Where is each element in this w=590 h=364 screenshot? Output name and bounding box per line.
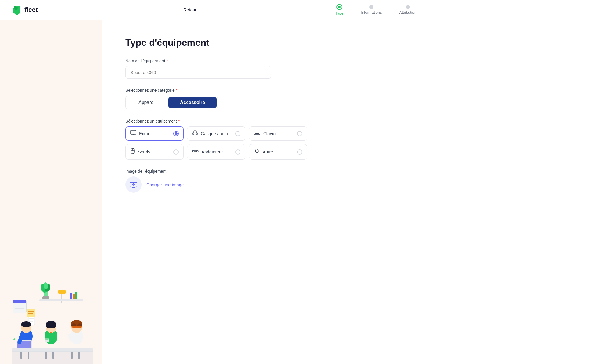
equipment-label: Sélectionnez un équipement * — [125, 119, 567, 123]
left-sidebar: ✦ — [0, 20, 102, 364]
souris-label: Souris — [138, 149, 150, 154]
adaptateur-icon — [192, 149, 199, 155]
ecran-label: Ecran — [139, 131, 150, 136]
svg-rect-52 — [28, 352, 29, 359]
clavier-label: Clavier — [263, 131, 277, 136]
ecran-icon — [130, 130, 136, 137]
clavier-icon — [254, 130, 260, 137]
svg-rect-19 — [27, 309, 35, 317]
equipment-section: Sélectionnez un équipement * Ecran — [125, 119, 567, 160]
svg-rect-7 — [61, 293, 62, 303]
svg-rect-12 — [39, 299, 83, 301]
autre-label: Autre — [263, 149, 273, 154]
equipment-grid: Ecran Casque audio — [125, 126, 567, 160]
svg-rect-10 — [73, 294, 75, 299]
category-toggle: Appareil Accessoire — [125, 96, 218, 109]
category-appareil-btn[interactable]: Appareil — [127, 97, 167, 108]
logo-text: fleet — [24, 6, 38, 14]
svg-rect-62 — [254, 131, 260, 135]
svg-point-71 — [196, 150, 198, 152]
main-layout: ✦ — [0, 20, 590, 364]
svg-rect-65 — [257, 132, 258, 132]
step-informations-circle — [369, 5, 373, 9]
step-attribution: Attribution — [399, 5, 417, 15]
stepper: Type Informations Attribution — [335, 4, 416, 15]
equipment-name-label: Nom de l'équiperment * — [125, 59, 567, 63]
svg-rect-66 — [258, 132, 259, 132]
autre-icon — [254, 148, 260, 156]
svg-point-28 — [21, 321, 31, 327]
svg-rect-11 — [75, 292, 77, 299]
svg-rect-57 — [131, 130, 136, 134]
required-star-3: * — [178, 119, 180, 123]
svg-rect-14 — [13, 300, 26, 303]
svg-rect-15 — [13, 303, 26, 313]
back-button[interactable]: ← Retour — [176, 7, 196, 13]
logo: fleet — [12, 5, 38, 15]
upload-link[interactable]: Charger une image — [146, 182, 184, 187]
step-type-circle — [336, 4, 342, 10]
svg-rect-56 — [78, 352, 80, 359]
equipment-item-ecran[interactable]: Ecran — [125, 126, 184, 141]
souris-icon — [130, 148, 135, 156]
svg-rect-61 — [196, 133, 198, 135]
step-attribution-label: Attribution — [399, 10, 417, 15]
svg-point-39 — [50, 332, 52, 333]
category-accessoire-btn[interactable]: Accessoire — [168, 97, 217, 108]
ecran-radio — [173, 131, 179, 136]
svg-rect-8 — [58, 290, 66, 294]
adaptateur-radio — [235, 149, 240, 155]
svg-rect-55 — [71, 352, 73, 359]
clavier-radio — [297, 131, 302, 136]
image-section: Image de l'équipement Charger une image — [125, 169, 567, 193]
step-type-label: Type — [335, 11, 343, 15]
equipment-item-souris[interactable]: Souris — [125, 144, 184, 160]
svg-rect-63 — [255, 132, 256, 132]
svg-rect-3 — [42, 296, 49, 299]
svg-point-37 — [46, 323, 50, 328]
back-arrow-icon: ← — [176, 7, 182, 13]
casque-radio — [235, 131, 240, 136]
step-attribution-circle — [406, 5, 410, 9]
svg-rect-64 — [256, 132, 257, 132]
equipment-item-casque[interactable]: Casque audio — [187, 126, 245, 141]
equipment-item-autre[interactable]: Autre — [249, 144, 307, 160]
back-label: Retour — [183, 7, 196, 12]
step-informations-label: Informations — [361, 10, 382, 15]
casque-label: Casque audio — [201, 131, 228, 136]
step-informations: Informations — [361, 5, 382, 15]
equipment-item-adaptateur[interactable]: Apdatateur — [187, 144, 245, 160]
header: fleet ← Retour Type Informations Attribu… — [0, 0, 590, 20]
svg-text:✦: ✦ — [13, 337, 16, 342]
svg-rect-67 — [255, 133, 259, 134]
svg-rect-54 — [52, 352, 54, 359]
equipment-name-input[interactable] — [125, 66, 271, 79]
required-star: * — [166, 59, 168, 63]
category-section: Sélectionnez une catégorie * Appareil Ac… — [125, 88, 567, 109]
autre-radio — [297, 149, 302, 155]
page-title: Type d'équipement — [125, 37, 567, 48]
required-star-2: * — [176, 88, 177, 93]
image-label: Image de l'équipement — [125, 169, 567, 174]
svg-rect-60 — [193, 133, 194, 135]
svg-point-38 — [52, 323, 56, 328]
svg-rect-53 — [45, 352, 47, 359]
fleet-logo-icon — [12, 5, 22, 15]
image-upload-area: Charger une image — [125, 176, 567, 193]
souris-radio — [173, 149, 179, 155]
equipment-item-clavier[interactable]: Clavier — [249, 126, 307, 141]
svg-rect-9 — [70, 293, 72, 299]
svg-point-70 — [192, 150, 194, 152]
svg-rect-47 — [71, 326, 82, 328]
laptop-upload-icon — [130, 181, 137, 188]
illustration: ✦ — [0, 20, 102, 364]
upload-icon-box — [125, 176, 142, 193]
svg-rect-41 — [45, 338, 49, 340]
category-label: Sélectionnez une catégorie * — [125, 88, 567, 93]
illustration-svg: ✦ — [4, 282, 98, 364]
svg-rect-51 — [20, 352, 22, 359]
adaptateur-label: Apdatateur — [201, 149, 223, 154]
content-area: Type d'équipement Nom de l'équiperment *… — [102, 20, 590, 364]
equipment-name-section: Nom de l'équiperment * — [125, 59, 567, 79]
casque-icon — [192, 130, 198, 137]
